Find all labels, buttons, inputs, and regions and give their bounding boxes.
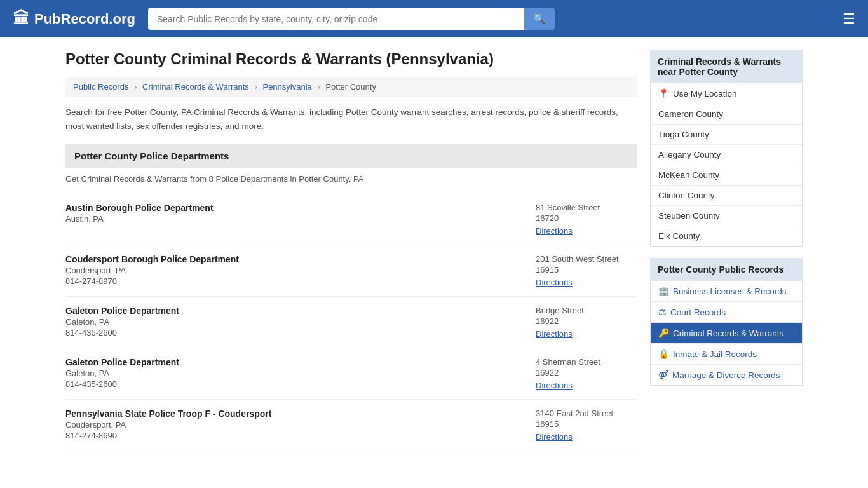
record-label: Court Records (670, 308, 726, 317)
content-area: Potter County Criminal Records & Warrant… (65, 50, 637, 451)
dept-right: 4 Sherman Street16922Directions (510, 357, 637, 390)
department-entry: Coudersport Borough Police DepartmentCou… (65, 245, 637, 297)
breadcrumb-pennsylvania[interactable]: Pennsylvania (262, 82, 311, 92)
site-header: 🏛 PubRecord.org 🔍 ☰ (0, 0, 868, 37)
dept-right: 201 South West Street16915Directions (510, 254, 637, 287)
hamburger-button[interactable]: ☰ (843, 11, 855, 27)
department-entry: Galeton Police DepartmentGaleton, PA814-… (65, 297, 637, 348)
dept-zip: 16720 (536, 214, 637, 223)
sidebar-public-record-item[interactable]: 🔑Criminal Records & Warrants (651, 323, 802, 344)
dept-directions: Directions (536, 380, 637, 390)
sidebar-public-record-item[interactable]: ⚤Marriage & Divorce Records (651, 365, 802, 385)
location-icon: 📍 (658, 88, 669, 98)
dept-location: Coudersport, PA (65, 420, 510, 430)
section-subtext: Get Criminal Records & Warrants from 8 P… (65, 174, 637, 184)
breadcrumb-public-records[interactable]: Public Records (73, 82, 128, 92)
record-icon: 🏢 (658, 286, 669, 296)
dept-address: 4 Sherman Street (536, 357, 637, 367)
sidebar-county-item[interactable]: Elk County (651, 226, 802, 246)
sidebar-public-record-item[interactable]: 🏢Business Licenses & Records (651, 281, 802, 302)
dept-zip: 16915 (536, 265, 637, 274)
breadcrumb-potter-county: Potter County (325, 82, 376, 92)
dept-phone[interactable]: 814-274-8690 (65, 431, 510, 440)
dept-name[interactable]: Galeton Police Department (65, 357, 510, 367)
sidebar: Criminal Records & Warrants near Potter … (650, 50, 803, 451)
dept-name[interactable]: Galeton Police Department (65, 306, 510, 316)
sidebar-county-item[interactable]: Tioga County (651, 125, 802, 145)
dept-phone[interactable]: 814-274-8970 (65, 276, 510, 286)
dept-right: 3140 East 2nd Street16915Directions (510, 409, 637, 442)
record-label: Marriage & Divorce Records (672, 370, 780, 380)
record-label: Criminal Records & Warrants (673, 329, 783, 338)
dept-left: Galeton Police DepartmentGaleton, PA814-… (65, 357, 510, 390)
record-label: Inmate & Jail Records (673, 349, 757, 359)
dept-address: 201 South West Street (536, 254, 637, 264)
department-entry: Austin Borough Police DepartmentAustin, … (65, 194, 637, 245)
dept-location: Austin, PA (65, 214, 510, 224)
directions-link[interactable]: Directions (536, 381, 573, 390)
search-button[interactable]: 🔍 (524, 8, 555, 30)
main-container: Potter County Criminal Records & Warrant… (53, 37, 815, 464)
dept-phone[interactable]: 814-435-2600 (65, 328, 510, 337)
directions-link[interactable]: Directions (536, 226, 573, 236)
public-records-list: 🏢Business Licenses & Records⚖Court Recor… (650, 281, 803, 386)
dept-right: Bridge Street16922Directions (510, 306, 637, 339)
sidebar-public-record-item[interactable]: ⚖Court Records (651, 302, 802, 323)
dept-left: Coudersport Borough Police DepartmentCou… (65, 254, 510, 287)
sidebar-county-item[interactable]: Steuben County (651, 206, 802, 226)
department-entry: Pennsylvania State Police Troop F - Coud… (65, 400, 637, 451)
use-my-location[interactable]: 📍 Use My Location (651, 83, 802, 104)
dept-zip: 16922 (536, 368, 637, 377)
dept-location: Galeton, PA (65, 317, 510, 327)
directions-link[interactable]: Directions (536, 278, 573, 287)
directions-link[interactable]: Directions (536, 432, 573, 442)
dept-left: Austin Borough Police DepartmentAustin, … (65, 203, 510, 236)
sidebar-county-item[interactable]: McKean County (651, 165, 802, 186)
record-icon: ⚖ (658, 307, 667, 317)
sidebar-county-item[interactable]: Allegany County (651, 145, 802, 165)
logo-text: PubRecord.org (34, 11, 135, 27)
dept-location: Galeton, PA (65, 369, 510, 378)
record-label: Business Licenses & Records (673, 287, 787, 296)
record-icon: ⚤ (658, 370, 668, 380)
department-entry: Galeton Police DepartmentGaleton, PA814-… (65, 348, 637, 400)
nearby-section: Criminal Records & Warrants near Potter … (650, 50, 803, 247)
section-header: Potter County Police Departments (65, 144, 637, 168)
breadcrumb-criminal-records[interactable]: Criminal Records & Warrants (142, 82, 249, 92)
dept-location: Coudersport, PA (65, 266, 510, 275)
public-records-section: Potter County Public Records 🏢Business L… (650, 258, 803, 386)
dept-name[interactable]: Coudersport Borough Police Department (65, 254, 510, 264)
record-icon: 🔒 (658, 349, 669, 359)
nearby-title: Criminal Records & Warrants near Potter … (650, 50, 803, 83)
logo-icon: 🏛 (13, 9, 29, 29)
sidebar-county-item[interactable]: Clinton County (651, 186, 802, 206)
site-logo[interactable]: 🏛 PubRecord.org (13, 9, 135, 29)
dept-directions: Directions (536, 329, 637, 339)
directions-link[interactable]: Directions (536, 329, 573, 339)
dept-right: 81 Scoville Street16720Directions (510, 203, 637, 236)
use-location-label: Use My Location (673, 89, 737, 98)
dept-left: Galeton Police DepartmentGaleton, PA814-… (65, 306, 510, 339)
dept-name[interactable]: Pennsylvania State Police Troop F - Coud… (65, 409, 510, 419)
dept-directions: Directions (536, 277, 637, 287)
sidebar-public-record-item[interactable]: 🔒Inmate & Jail Records (651, 344, 802, 365)
breadcrumb-sep-2: › (255, 82, 257, 92)
dept-zip: 16915 (536, 419, 637, 429)
breadcrumb-sep-3: › (317, 82, 320, 92)
page-description: Search for free Potter County, PA Crimin… (65, 105, 637, 133)
breadcrumb: Public Records › Criminal Records & Warr… (65, 77, 637, 97)
dept-directions: Directions (536, 431, 637, 442)
sidebar-county-item[interactable]: Cameron County (651, 104, 802, 125)
public-records-title: Potter County Public Records (650, 258, 803, 281)
search-input[interactable] (148, 8, 524, 30)
department-list: Austin Borough Police DepartmentAustin, … (65, 194, 637, 451)
dept-name[interactable]: Austin Borough Police Department (65, 203, 510, 213)
page-title: Potter County Criminal Records & Warrant… (65, 50, 637, 68)
dept-address: 3140 East 2nd Street (536, 409, 637, 418)
breadcrumb-sep-1: › (134, 82, 137, 92)
record-icon: 🔑 (658, 328, 669, 338)
search-bar: 🔍 (148, 8, 555, 30)
dept-address: Bridge Street (536, 306, 637, 315)
dept-directions: Directions (536, 226, 637, 236)
dept-phone[interactable]: 814-435-2600 (65, 379, 510, 389)
